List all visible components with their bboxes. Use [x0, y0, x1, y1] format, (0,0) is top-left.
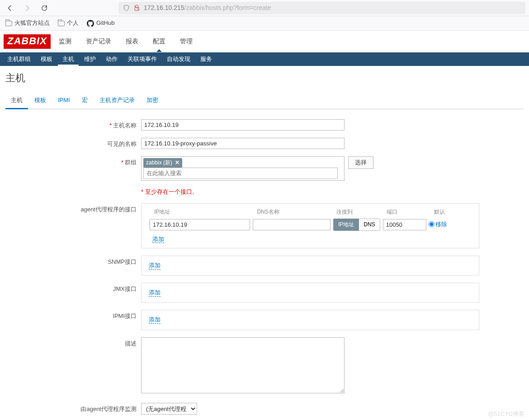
page-title: 主机 — [5, 71, 524, 85]
back-button[interactable] — [4, 2, 16, 14]
topnav-admin[interactable]: 管理 — [174, 32, 199, 51]
col-header-default: 默认 — [432, 208, 472, 216]
shield-icon — [123, 5, 130, 11]
url-text: 172.16.10.215/zabbix/hosts.php?form=crea… — [144, 4, 271, 13]
subnav-hosts[interactable]: 主机 — [58, 52, 79, 66]
label-description: 描述 — [5, 337, 141, 348]
bookmark-personal[interactable]: 个人 — [58, 19, 79, 27]
github-icon — [87, 20, 94, 27]
label-groups: *群组 — [5, 156, 141, 167]
topnav-reports[interactable]: 报表 — [119, 32, 145, 51]
tab-ipmi[interactable]: IPMI — [52, 93, 76, 109]
tab-templates[interactable]: 模板 — [29, 93, 52, 109]
form-tabs: 主机 模板 IPMI 宏 主机资产记录 加密 — [5, 93, 524, 109]
label-monitored-by-proxy: 由agent代理程序监测 — [5, 403, 141, 413]
agent-dns-input[interactable] — [253, 219, 331, 230]
groups-select-button[interactable]: 选择 — [348, 156, 373, 169]
useip-toggle: IP地址 DNS — [333, 219, 380, 231]
zabbix-subnav: 主机群组 模板 主机 维护 动作 关联项事件 自动发现 服务 — [0, 52, 529, 66]
tab-encryption[interactable]: 加密 — [141, 93, 164, 109]
subnav-services[interactable]: 服务 — [196, 52, 217, 66]
agent-interface-row: ⋮⋮ IP地址 DNS 移除 — [145, 219, 472, 231]
jmx-add-link[interactable]: 添加 — [149, 289, 161, 297]
subnav-actions[interactable]: 动作 — [101, 52, 122, 66]
folder-icon — [58, 21, 65, 26]
agent-port-input[interactable] — [383, 219, 426, 230]
no-lock-icon — [133, 5, 140, 11]
remove-tag-icon[interactable]: ✕ — [175, 159, 179, 167]
agent-interface-box: IP地址 DNS名称 连接到 端口 默认 ⋮⋮ IP地址 DNS — [141, 203, 479, 248]
bookmark-github[interactable]: GitHub — [87, 19, 114, 27]
useip-dns-button[interactable]: DNS — [359, 219, 380, 231]
subnav-discovery[interactable]: 自动发现 — [162, 52, 195, 66]
zabbix-logo[interactable]: ZABBIX — [4, 34, 51, 49]
col-header-use: 连接到 — [335, 208, 385, 216]
ipmi-interface-box: 添加 — [141, 310, 479, 330]
label-ipmi-interface: IPMI接口 — [5, 310, 141, 320]
agent-default-radio[interactable] — [429, 221, 435, 227]
agent-ip-input[interactable] — [150, 219, 250, 230]
url-bar[interactable]: 172.16.10.215/zabbix/hosts.php?form=crea… — [118, 2, 525, 14]
agent-add-link[interactable]: 添加 — [152, 236, 164, 243]
ipmi-add-link[interactable]: 添加 — [149, 316, 161, 324]
snmp-add-link[interactable]: 添加 — [149, 262, 161, 270]
col-header-dns: DNS名称 — [255, 208, 335, 216]
group-tag: zabbix (新) ✕ — [143, 158, 182, 168]
zabbix-topnav: ZABBIX 监测 资产记录 报表 配置 管理 — [0, 31, 529, 52]
label-host-name: *主机名称 — [5, 119, 141, 130]
subnav-templates[interactable]: 模板 — [36, 52, 57, 66]
tab-macros[interactable]: 宏 — [76, 93, 93, 109]
forward-button[interactable] — [21, 2, 33, 14]
topnav-config[interactable]: 配置 — [146, 32, 172, 51]
col-header-port: 端口 — [385, 208, 432, 216]
subnav-maintenance[interactable]: 维护 — [80, 52, 100, 66]
col-header-ip: IP地址 — [152, 208, 255, 216]
label-snmp-interface: SNMP接口 — [5, 256, 141, 266]
snmp-interface-box: 添加 — [141, 256, 479, 275]
label-jmx-interface: JMX接口 — [5, 283, 141, 293]
bookmarks-bar: 火狐官方站点 个人 GitHub — [0, 16, 529, 31]
useip-ip-button[interactable]: IP地址 — [333, 219, 359, 231]
browser-toolbar: 172.16.10.215/zabbix/hosts.php?form=crea… — [0, 0, 529, 16]
topnav-monitor[interactable]: 监测 — [52, 32, 78, 51]
subnav-hostgroups[interactable]: 主机群组 — [3, 52, 35, 66]
description-textarea[interactable] — [141, 337, 345, 393]
reload-button[interactable] — [38, 2, 51, 14]
interface-warning: * 至少存在一个接口。 — [141, 188, 198, 195]
topnav-inventory[interactable]: 资产记录 — [80, 32, 118, 51]
agent-remove-link[interactable]: 移除 — [435, 220, 447, 229]
bookmark-firefox[interactable]: 火狐官方站点 — [5, 19, 50, 27]
subnav-correlation[interactable]: 关联项事件 — [123, 52, 161, 66]
watermark: @51CTO博客 — [488, 410, 524, 418]
proxy-select[interactable]: (无agent代理程序) — [141, 403, 197, 415]
groups-multiselect[interactable]: zabbix (新) ✕ — [141, 156, 345, 181]
host-name-input[interactable] — [141, 119, 345, 131]
tab-host[interactable]: 主机 — [5, 93, 28, 109]
groups-search-input[interactable] — [143, 168, 338, 179]
jmx-interface-box: 添加 — [141, 283, 479, 303]
folder-icon — [5, 21, 12, 26]
tab-inventory[interactable]: 主机资产记录 — [94, 93, 140, 109]
label-visible-name: 可见的名称 — [5, 138, 141, 148]
visible-name-input[interactable] — [141, 138, 345, 149]
host-form: *主机名称 可见的名称 *群组 zabbix (新) ✕ 选择 — [5, 109, 524, 420]
label-agent-interface: agent代理程序的接口 — [5, 203, 141, 214]
drag-handle-icon[interactable]: ⋮⋮ — [145, 220, 150, 229]
